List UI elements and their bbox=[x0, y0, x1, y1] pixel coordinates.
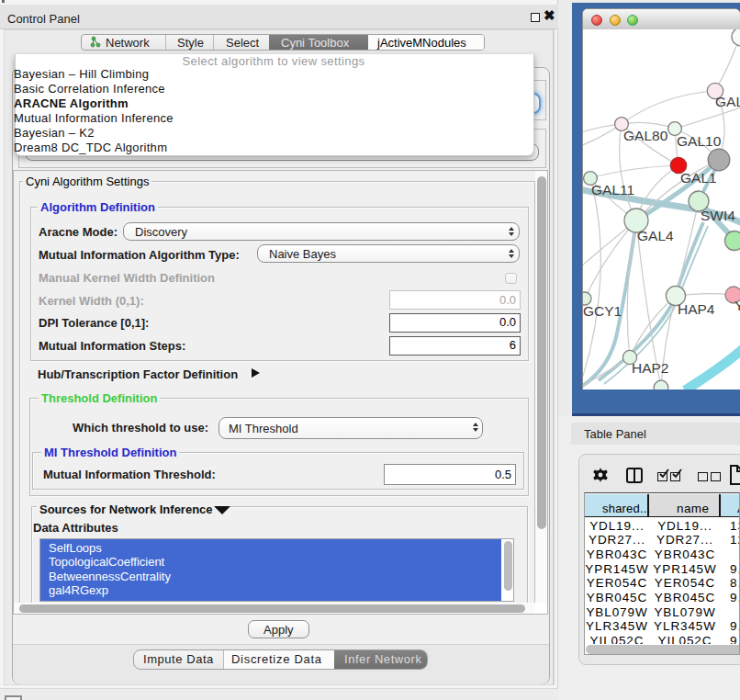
svg-text:GAL80: GAL80 bbox=[623, 128, 668, 143]
svg-text:YL: YL bbox=[734, 298, 740, 313]
svg-text:GAL11: GAL11 bbox=[591, 182, 634, 198]
svg-text:HAP4: HAP4 bbox=[678, 301, 715, 317]
svg-text:GAL7: GAL7 bbox=[715, 94, 740, 109]
svg-text:SWI4: SWI4 bbox=[701, 208, 735, 223]
svg-text:GAL10: GAL10 bbox=[677, 133, 722, 149]
svg-text:GAL4: GAL4 bbox=[637, 228, 674, 243]
svg-text:GAL1: GAL1 bbox=[680, 170, 717, 186]
svg-text:HAP2: HAP2 bbox=[632, 360, 669, 376]
svg-text:GCY1: GCY1 bbox=[583, 303, 622, 319]
